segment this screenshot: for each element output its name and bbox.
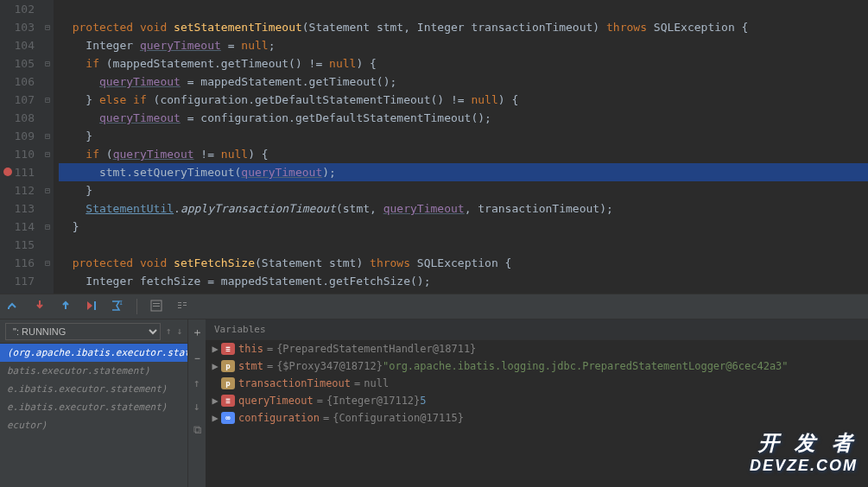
variables-panel: Variables ▶≡this = {PreparedStatementHan…: [206, 319, 868, 487]
down-icon[interactable]: ↓: [193, 400, 200, 413]
code-editor[interactable]: 1021031041051061071081091101111121131141…: [0, 0, 868, 294]
fold-toggle: [41, 0, 54, 18]
var-kind-icon: p: [221, 360, 235, 372]
fold-toggle: [41, 272, 54, 290]
step-out-icon[interactable]: [59, 299, 73, 315]
line-number[interactable]: 110: [0, 145, 35, 163]
line-number[interactable]: 105: [0, 54, 35, 73]
run-to-cursor-icon[interactable]: [85, 299, 98, 315]
mute-breakpoints-icon[interactable]: [175, 299, 189, 315]
debug-panel: ": RUNNING ↑ ↓ (org.apache.ibatis.execut…: [0, 319, 868, 487]
line-number[interactable]: 114: [0, 218, 35, 236]
stack-frame[interactable]: e.ibatis.executor.statement): [0, 398, 187, 416]
code-line[interactable]: }: [59, 181, 868, 199]
code-line[interactable]: [59, 0, 868, 18]
code-line[interactable]: if (queryTimeout != null) {: [59, 145, 868, 163]
var-name: queryTimeout: [238, 395, 314, 407]
step-into-icon[interactable]: [33, 299, 47, 315]
code-line[interactable]: protected void setStatementTimeout(State…: [59, 18, 868, 36]
evaluate-expression-icon[interactable]: I: [111, 299, 124, 315]
fold-toggle[interactable]: ⊟: [41, 254, 54, 272]
variable-row[interactable]: ▶∞configuration = {Configuration@17115}: [206, 409, 868, 427]
code-line[interactable]: Integer queryTimeout = null;: [59, 36, 868, 54]
next-frame-icon[interactable]: ↓: [176, 326, 182, 337]
code-line[interactable]: StatementUtil.applyTransactionTimeout(st…: [59, 199, 868, 218]
code-line[interactable]: Integer fetchSize = mappedStatement.getF…: [59, 272, 868, 290]
prev-frame-icon[interactable]: ↑: [166, 326, 172, 337]
line-number-gutter[interactable]: 1021031041051061071081091101111121131141…: [0, 0, 41, 294]
fold-toggle[interactable]: ⊟: [41, 145, 54, 163]
expand-icon[interactable]: ▶: [209, 343, 221, 355]
line-number[interactable]: 115: [0, 236, 35, 254]
stack-frame[interactable]: ecutor): [0, 416, 187, 434]
remove-watch-icon[interactable]: －: [192, 351, 203, 366]
code-area[interactable]: protected void setStatementTimeout(State…: [54, 0, 868, 294]
expand-icon[interactable]: ▶: [209, 360, 221, 372]
fold-toggle: [41, 109, 54, 127]
debug-toolbar: I: [0, 294, 868, 319]
code-line[interactable]: if (mappedStatement.getTimeout() != null…: [59, 54, 868, 73]
code-line[interactable]: [59, 236, 868, 254]
stack-frame[interactable]: batis.executor.statement): [0, 362, 187, 380]
line-number[interactable]: 112: [0, 181, 35, 199]
variable-row[interactable]: ▶≡queryTimeout = {Integer@17112} 5: [206, 392, 868, 409]
var-name: this: [238, 343, 263, 355]
line-number[interactable]: 107: [0, 91, 35, 109]
debug-side-controls: ＋ － ↑ ↓ ⧉: [188, 319, 206, 487]
up-icon[interactable]: ↑: [193, 376, 200, 389]
fold-toggle: [41, 199, 54, 218]
svg-text:I: I: [119, 300, 123, 307]
var-kind-icon: ∞: [221, 412, 235, 424]
step-over-icon[interactable]: [7, 299, 21, 315]
variable-row[interactable]: ▶≡this = {PreparedStatementHandler@18711…: [206, 340, 868, 357]
fold-column[interactable]: ⊟⊟⊟⊟⊟⊟⊟⊟: [41, 0, 54, 294]
add-watch-icon[interactable]: ＋: [192, 325, 203, 340]
code-line[interactable]: queryTimeout = configuration.getDefaultS…: [59, 109, 868, 127]
line-number[interactable]: 111: [0, 163, 35, 181]
code-line[interactable]: stmt.setQueryTimeout(queryTimeout);: [59, 163, 868, 181]
var-value: null: [364, 377, 389, 389]
view-breakpoints-icon[interactable]: [149, 299, 163, 315]
expand-icon[interactable]: ▶: [209, 395, 221, 407]
line-number[interactable]: 103: [0, 18, 35, 36]
line-number[interactable]: 116: [0, 254, 35, 272]
svg-rect-9: [183, 305, 187, 306]
line-number[interactable]: 109: [0, 127, 35, 145]
var-value: {Integer@17112}: [326, 395, 420, 407]
var-name: transactionTimeout: [238, 377, 351, 389]
svg-rect-8: [183, 302, 187, 303]
fold-toggle[interactable]: ⊟: [41, 127, 54, 145]
stack-frame[interactable]: (org.apache.ibatis.executor.statement): [0, 344, 187, 362]
stack-frame[interactable]: e.ibatis.executor.statement): [0, 380, 187, 398]
line-number[interactable]: 104: [0, 36, 35, 54]
code-line[interactable]: }: [59, 218, 868, 236]
copy-icon[interactable]: ⧉: [193, 423, 201, 437]
code-line[interactable]: }: [59, 127, 868, 145]
line-number[interactable]: 117: [0, 272, 35, 290]
variable-row[interactable]: ▶pstmt = {$Proxy347@18712} "org.apache.i…: [206, 357, 868, 375]
line-number[interactable]: 106: [0, 73, 35, 91]
fold-toggle: [41, 236, 54, 254]
line-number[interactable]: 113: [0, 199, 35, 218]
frames-panel: ": RUNNING ↑ ↓ (org.apache.ibatis.execut…: [0, 319, 188, 487]
code-line[interactable]: protected void setFetchSize(Statement st…: [59, 254, 868, 272]
fold-toggle: [41, 73, 54, 91]
var-kind-icon: ≡: [221, 395, 235, 407]
fold-toggle[interactable]: ⊟: [41, 18, 54, 36]
fold-toggle[interactable]: ⊟: [41, 91, 54, 109]
expand-icon[interactable]: ▶: [209, 412, 221, 424]
variable-row[interactable]: ptransactionTimeout = null: [206, 375, 868, 392]
var-kind-icon: ≡: [221, 343, 235, 355]
code-line[interactable]: queryTimeout = mappedStatement.getTimeou…: [59, 73, 868, 91]
var-name: configuration: [238, 412, 320, 424]
fold-toggle[interactable]: ⊟: [41, 181, 54, 199]
code-line[interactable]: } else if (configuration.getDefaultState…: [59, 91, 868, 109]
thread-selector[interactable]: ": RUNNING: [5, 323, 161, 340]
var-value: {PreparedStatementHandler@18711}: [276, 343, 476, 355]
line-number[interactable]: 102: [0, 0, 35, 18]
line-number[interactable]: 108: [0, 109, 35, 127]
fold-toggle: [41, 163, 54, 181]
svg-rect-4: [153, 306, 160, 307]
fold-toggle[interactable]: ⊟: [41, 218, 54, 236]
fold-toggle[interactable]: ⊟: [41, 54, 54, 73]
